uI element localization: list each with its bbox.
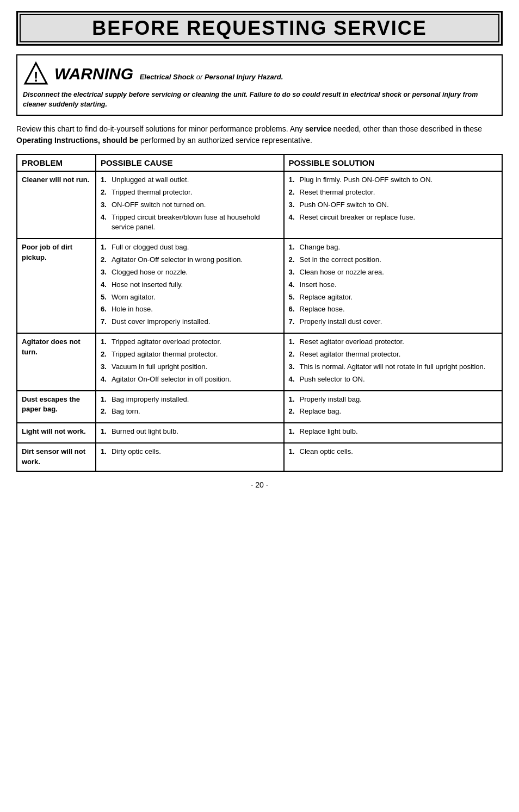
item-number: 1. — [101, 337, 109, 347]
warning-header: ! WARNING Electrical Shock or Personal I… — [23, 61, 495, 87]
solution-text: Insert hose. — [300, 280, 337, 290]
item-number: 6. — [289, 304, 298, 315]
solution-text: Push ON-OFF switch to ON. — [300, 200, 389, 210]
cause-text: Agitator On-Off selector in wrong positi… — [112, 255, 243, 265]
item-number: 1. — [101, 242, 109, 253]
cause-text: Unplugged at wall outlet. — [112, 175, 189, 185]
list-item: 3.This is normal. Agitator will not rota… — [289, 362, 497, 372]
item-number: 1. — [289, 337, 298, 347]
list-item: 2.Bag torn. — [101, 407, 279, 417]
list-item: 2.Replace bag. — [289, 407, 497, 417]
item-number: 2. — [101, 188, 109, 198]
list-item: 4.Tripped circuit breaker/blown fuse at … — [101, 213, 279, 233]
problem-cell-3: Dust escapes the paper bag. — [17, 391, 96, 423]
item-number: 2. — [101, 407, 109, 417]
cause-text: Worn agitator. — [112, 292, 156, 303]
list-item: 4.Push selector to ON. — [289, 374, 497, 385]
item-number: 1. — [101, 395, 109, 405]
list-item: 1.Unplugged at wall outlet. — [101, 175, 279, 185]
list-item: 4.Reset circuit breaker or replace fuse. — [289, 213, 497, 223]
solution-text: Replace hose. — [300, 304, 345, 315]
cause-text: Tripped agitator thermal protector. — [112, 349, 218, 360]
table-row: Light will not work.1.Burned out light b… — [17, 423, 502, 443]
item-number: 1. — [289, 175, 298, 185]
solution-cell-0: 1.Plug in firmly. Push ON-OFF switch to … — [284, 171, 502, 239]
list-item: 4.Insert hose. — [289, 280, 497, 290]
cause-text: Hole in hose. — [112, 304, 153, 315]
cause-cell-0: 1.Unplugged at wall outlet.2.Tripped the… — [96, 171, 284, 239]
cause-cell-4: 1.Burned out light bulb. — [96, 423, 284, 443]
cause-text: Bag torn. — [112, 407, 140, 417]
list-item: 1.Replace light bulb. — [289, 427, 497, 437]
item-number: 7. — [289, 317, 298, 327]
solution-cell-5: 1.Clean optic cells. — [284, 443, 502, 471]
solution-cell-3: 1.Properly install bag.2.Replace bag. — [284, 391, 502, 423]
list-item: 1.Change bag. — [289, 242, 497, 253]
item-number: 1. — [101, 447, 109, 457]
item-number: 3. — [289, 362, 298, 372]
solution-text: This is normal. Agitator will not rotate… — [300, 362, 486, 372]
item-number: 3. — [101, 200, 109, 210]
list-item: 7.Properly install dust cover. — [289, 317, 497, 327]
col-header-problem: PROBLEM — [17, 154, 96, 171]
intro-text: Review this chart to find do-it-yourself… — [16, 123, 503, 146]
list-item: 1.Properly install bag. — [289, 395, 497, 405]
list-item: 1.Dirty optic cells. — [101, 447, 279, 457]
table-row: Poor job of dirt pickup.1.Full or clogge… — [17, 239, 502, 333]
solution-text: Reset agitator overload protector. — [300, 337, 404, 347]
list-item: 5.Worn agitator. — [101, 292, 279, 303]
page-title: BEFORE REQUESTING SERVICE — [23, 17, 496, 40]
item-number: 2. — [289, 349, 298, 360]
solution-text: Reset thermal protector. — [300, 188, 375, 198]
table-row: Agitator does not turn.1.Tripped agitato… — [17, 333, 502, 390]
list-item: 1.Reset agitator overload protector. — [289, 337, 497, 347]
item-number: 4. — [101, 374, 109, 385]
cause-cell-1: 1.Full or clogged dust bag.2.Agitator On… — [96, 239, 284, 333]
svg-text:!: ! — [34, 68, 39, 85]
cause-text: Hose not inserted fully. — [112, 280, 183, 290]
item-number: 7. — [101, 317, 109, 327]
solution-text: Set in the correct position. — [300, 255, 381, 265]
item-number: 4. — [101, 213, 109, 223]
cause-text: Tripped agitator overload protector. — [112, 337, 221, 347]
list-item: 6.Hole in hose. — [101, 304, 279, 315]
solution-text: Push selector to ON. — [300, 374, 365, 385]
list-item: 1.Bag improperly installed. — [101, 395, 279, 405]
problem-cell-5: Dirt sensor will not work. — [17, 443, 96, 471]
item-number: 6. — [101, 304, 109, 315]
list-item: 1.Tripped agitator overload protector. — [101, 337, 279, 347]
solution-text: Change bag. — [300, 242, 340, 253]
cause-text: Tripped thermal protector. — [112, 188, 192, 198]
list-item: 2.Reset agitator thermal protector. — [289, 349, 497, 360]
list-item: 3.Push ON-OFF switch to ON. — [289, 200, 497, 210]
solution-cell-4: 1.Replace light bulb. — [284, 423, 502, 443]
cause-cell-5: 1.Dirty optic cells. — [96, 443, 284, 471]
item-number: 2. — [101, 255, 109, 265]
list-item: 1.Full or clogged dust bag. — [101, 242, 279, 253]
item-number: 1. — [289, 395, 298, 405]
list-item: 3.ON-OFF switch not turned on. — [101, 200, 279, 210]
item-number: 3. — [289, 267, 298, 278]
item-number: 2. — [289, 407, 298, 417]
solution-text: Properly install bag. — [300, 395, 362, 405]
list-item: 4.Agitator On-Off selector in off positi… — [101, 374, 279, 385]
warning-triangle-icon: ! — [23, 61, 49, 87]
cause-text: Dust cover improperly installed. — [112, 317, 210, 327]
item-number: 4. — [101, 280, 109, 290]
table-header-row: PROBLEM POSSIBLE CAUSE POSSIBLE SOLUTION — [17, 154, 502, 171]
cause-cell-3: 1.Bag improperly installed.2.Bag torn. — [96, 391, 284, 423]
solution-text: Reset circuit breaker or replace fuse. — [300, 213, 415, 223]
page-number: - 20 - — [16, 480, 503, 489]
solution-text: Properly install dust cover. — [300, 317, 382, 327]
list-item: 3.Clogged hose or nozzle. — [101, 267, 279, 278]
item-number: 2. — [101, 349, 109, 360]
problem-cell-1: Poor job of dirt pickup. — [17, 239, 96, 333]
solution-cell-2: 1.Reset agitator overload protector.2.Re… — [284, 333, 502, 390]
warning-box: ! WARNING Electrical Shock or Personal I… — [16, 54, 503, 116]
troubleshooting-table: PROBLEM POSSIBLE CAUSE POSSIBLE SOLUTION… — [16, 154, 503, 472]
col-header-cause: POSSIBLE CAUSE — [96, 154, 284, 171]
list-item: 5.Replace agitator. — [289, 292, 497, 303]
item-number: 5. — [289, 292, 298, 303]
page-title-container: BEFORE REQUESTING SERVICE — [16, 11, 503, 46]
cause-text: Burned out light bulb. — [112, 427, 178, 437]
